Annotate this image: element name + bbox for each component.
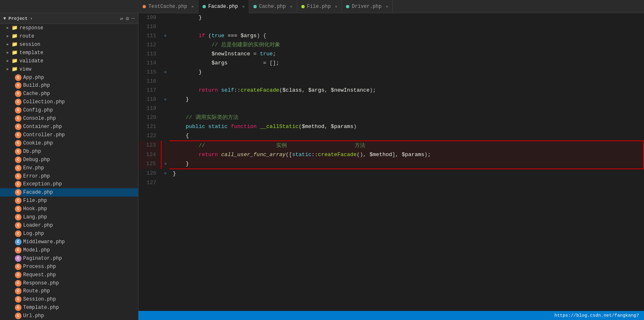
fold-111[interactable]: ◇ (164, 34, 166, 38)
sidebar-item-controller[interactable]: C Controller.php (0, 131, 138, 139)
line-content-118: } (169, 95, 644, 104)
sidebar-icon-3[interactable]: — (131, 15, 135, 22)
tab-dot-testcache (143, 5, 146, 8)
sidebar-item-session-file[interactable]: C Session.php (0, 295, 138, 303)
line-content-110 (169, 22, 644, 31)
sidebar-item-process[interactable]: C Process.php (0, 263, 138, 271)
sidebar-icon-1[interactable]: ⇌ (120, 15, 124, 22)
sidebar-item-route[interactable]: C Route.php (0, 287, 138, 296)
sidebar-item-url[interactable]: C Url.php (0, 312, 138, 320)
label-cache: Cache.php (23, 91, 50, 97)
tab-close-testcache[interactable]: ✕ (191, 4, 194, 9)
tab-close-cache[interactable]: ✕ (290, 4, 293, 9)
line-content-125: } (169, 159, 644, 169)
line-127: 127 (138, 178, 644, 187)
sidebar-icon-2[interactable]: ⚙ (126, 15, 129, 22)
tab-dot-cache (253, 5, 257, 8)
label-model: Model.php (23, 247, 50, 253)
tab-close-facade[interactable]: ✕ (242, 4, 245, 9)
arrow-session: ▶ (7, 42, 12, 47)
sidebar-item-template-file[interactable]: C Template.php (0, 303, 138, 312)
code-editor: 109 } 110 111 ◇ if (138, 13, 644, 320)
sidebar-item-request[interactable]: C Request.php (0, 271, 138, 279)
gutter-125: ◇ (161, 159, 169, 169)
gutter-122 (161, 131, 169, 141)
label-exception: Exception.php (23, 181, 62, 187)
label-url: Url.php (23, 313, 44, 319)
label-container: Container.php (23, 124, 62, 130)
sidebar-item-hook[interactable]: C Hook.php (0, 205, 138, 213)
label-file: File.php (23, 198, 47, 204)
label-process: Process.php (23, 264, 56, 270)
tab-driver[interactable]: Driver.php ✕ (342, 0, 393, 13)
sidebar-item-middleware[interactable]: C Middleware.php (0, 238, 138, 246)
label-controller: Controller.php (23, 132, 65, 138)
file-icon-env: C (15, 165, 21, 171)
sidebar-item-debug[interactable]: C Debug.php (0, 156, 138, 164)
fold-115[interactable]: ◇ (164, 70, 166, 74)
sidebar-item-cookie[interactable]: C Cookie.php (0, 139, 138, 147)
label-loader: Loader.php (23, 223, 53, 228)
sidebar-item-exception[interactable]: C Exception.php (0, 180, 138, 189)
sidebar-item-session[interactable]: ▶ 📁 session (0, 40, 138, 49)
sidebar-item-env[interactable]: C Env.php (0, 164, 138, 172)
label-paginator: Paginator.php (23, 256, 62, 261)
tab-dot-facade (203, 5, 206, 8)
sidebar-item-paginator[interactable]: C Paginator.php (0, 254, 138, 263)
sidebar-item-facade[interactable]: C Facade.php (0, 188, 138, 197)
line-num-124: 124 (138, 150, 161, 159)
sidebar-item-file[interactable]: C File.php (0, 197, 138, 205)
fold-125[interactable]: ◇ (165, 162, 167, 166)
sidebar-item-loader[interactable]: C Loader.php (0, 221, 138, 230)
sidebar-item-container[interactable]: C Container.php (0, 123, 138, 131)
file-icon-loader: C (15, 222, 21, 229)
line-126: 126 ◇ } (138, 169, 644, 178)
tab-cache[interactable]: Cache.php ✕ (249, 0, 297, 13)
sidebar-item-db[interactable]: C Db.php (0, 147, 138, 156)
line-content-123: // 实例 方法 (169, 141, 644, 150)
tab-close-driver[interactable]: ✕ (386, 4, 388, 9)
sidebar-item-route[interactable]: ▶ 📁 route (0, 32, 138, 40)
tab-testcache[interactable]: TestCache.php ✕ (138, 0, 198, 13)
tab-close-file[interactable]: ✕ (335, 4, 337, 9)
line-num-116: 116 (138, 77, 161, 86)
sidebar-item-app[interactable]: C App.php (0, 73, 138, 82)
sidebar-item-validate[interactable]: ▶ 📁 validate (0, 57, 138, 65)
sidebar-item-log[interactable]: C Log.php (0, 230, 138, 238)
sidebar-item-model[interactable]: C Model.php (0, 246, 138, 254)
sidebar-item-view[interactable]: ▶ 📁 view (0, 65, 138, 73)
label-validate: validate (19, 58, 43, 64)
code-area[interactable]: 109 } 110 111 ◇ if (138, 13, 644, 311)
sidebar-item-cache[interactable]: C Cache.php (0, 90, 138, 98)
line-120: 120 // 调用实际类的方法 (138, 113, 644, 122)
arrow-view: ▶ (7, 67, 12, 71)
line-119: 119 (138, 104, 644, 113)
tab-dot-driver (346, 5, 349, 8)
fold-118[interactable]: ◇ (164, 97, 166, 102)
tab-label-file: File.php (307, 4, 331, 9)
file-icon-db: C (15, 148, 21, 155)
label-response: response (19, 25, 43, 31)
sidebar-item-lang[interactable]: C Lang.php (0, 213, 138, 221)
sidebar-item-config[interactable]: C Config.php (0, 106, 138, 114)
label-lang: Lang.php (23, 214, 47, 220)
tab-file[interactable]: File.php ✕ (297, 0, 342, 13)
sidebar-item-response[interactable]: ▶ 📁 response (0, 24, 138, 32)
sidebar-item-console[interactable]: C Console.php (0, 114, 138, 123)
file-icon-config: C (15, 107, 21, 114)
sidebar-item-collection[interactable]: C Collection.php (0, 98, 138, 106)
line-num-119: 119 (138, 104, 161, 113)
sidebar-item-error[interactable]: C Error.php (0, 172, 138, 180)
label-build: Build.php (23, 83, 50, 88)
gutter-110 (161, 22, 169, 31)
tab-facade[interactable]: Facade.php ✕ (198, 0, 249, 13)
gutter-124 (161, 150, 169, 159)
sidebar-item-response[interactable]: C Response.php (0, 279, 138, 287)
fold-126[interactable]: ◇ (164, 171, 166, 175)
gutter-118: ◇ (161, 95, 169, 104)
sidebar-item-template[interactable]: ▶ 📁 template (0, 49, 138, 57)
folder-icon-session: 📁 (12, 41, 18, 47)
sidebar-item-build[interactable]: C Build.php (0, 81, 138, 90)
file-icon-lang: C (15, 214, 21, 220)
line-num-126: 126 (138, 169, 161, 178)
